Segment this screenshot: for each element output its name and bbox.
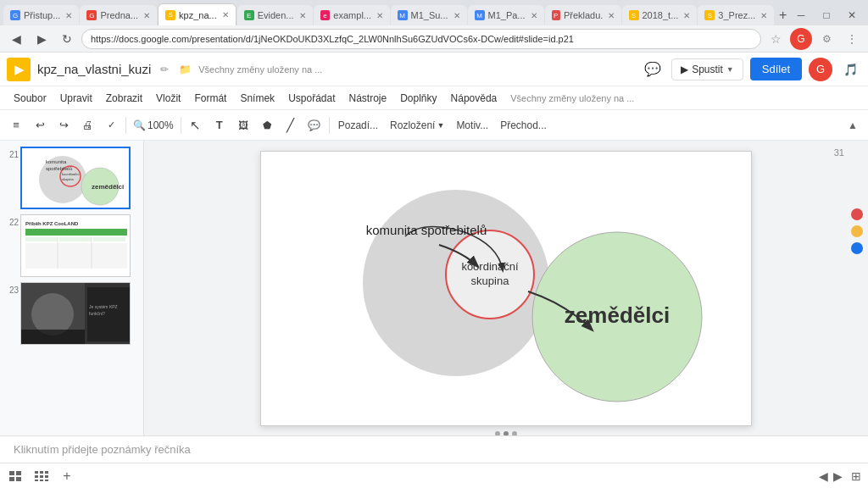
menu-napoveda[interactable]: Nápověda (444, 91, 504, 106)
chrome-menu-btn[interactable]: ⋮ (841, 28, 863, 50)
new-tab-btn[interactable]: + (778, 5, 787, 25)
menu-snimek[interactable]: Snímek (233, 91, 281, 106)
slide-canvas[interactable]: komunita spotřebitelů koordinační skupin… (260, 151, 752, 426)
menu-format[interactable]: Formát (187, 91, 233, 106)
tab-4-close[interactable]: ✕ (299, 11, 306, 20)
toolbar-spellcheck[interactable]: ✓ (100, 114, 122, 136)
tab-9-close[interactable]: ✕ (683, 11, 690, 20)
slide-num-23: 23 (3, 282, 19, 295)
prev-slide-btn[interactable]: ◀ (819, 469, 828, 483)
menu-usporadat[interactable]: Uspořádat (281, 91, 342, 106)
bottom-status-bar: + ◀ ▶ ⊞ (0, 463, 868, 488)
tab-2[interactable]: G Predna... ✕ (80, 5, 157, 25)
svg-text:skupina: skupina (62, 177, 75, 181)
toolbar-comment[interactable]: 💬 (303, 114, 326, 136)
present-chevron[interactable]: ▼ (726, 65, 734, 74)
toolbar-line[interactable]: ╱ (280, 114, 302, 136)
tab-3-active[interactable]: S kpz_na... ✕ (158, 3, 236, 25)
toolbar-zoom-pct[interactable]: 🔍 100% (130, 119, 177, 131)
tab-1-close[interactable]: ✕ (65, 11, 72, 20)
tab-1[interactable]: G Přistup... ✕ (3, 5, 79, 25)
dot-orange[interactable] (851, 225, 863, 237)
dot-2 (504, 431, 509, 435)
menu-doplnky[interactable]: Doplňky (393, 91, 443, 106)
profile-btn[interactable]: G (790, 28, 812, 50)
toolbar-transition[interactable]: Přechod... (495, 114, 552, 136)
notes-area[interactable]: Kliknutím přidejte poznámky řečníka (0, 435, 868, 463)
menu-zobrazit[interactable]: Zobrazit (99, 91, 149, 106)
toolbar-redo[interactable]: ↪ (53, 114, 75, 136)
toolbar-cursor[interactable]: ↖ (185, 114, 207, 136)
slide-thumb-22[interactable]: 22 Příběh KPZ CooLAND (2, 212, 142, 280)
tab-7[interactable]: M M1_Pa... ✕ (468, 5, 544, 25)
tab-5-close[interactable]: ✕ (376, 11, 383, 20)
bookmark-btn[interactable]: ☆ (765, 28, 787, 50)
expand-btn[interactable]: ⊞ (851, 469, 861, 483)
favicon-7: M (475, 10, 485, 20)
slide-thumb-21[interactable]: 21 komunita spotřebitelů koordinační sku… (2, 144, 142, 212)
tab-8-close[interactable]: ✕ (608, 11, 615, 20)
close-btn[interactable]: ✕ (839, 5, 865, 25)
dot-red[interactable] (851, 208, 863, 220)
edit-icon[interactable]: ✏ (158, 63, 171, 76)
reload-btn[interactable]: ↻ (56, 28, 78, 50)
tab-3-close[interactable]: ✕ (222, 10, 229, 19)
tab-7-close[interactable]: ✕ (531, 11, 537, 20)
menu-soubor[interactable]: Soubor (7, 91, 53, 106)
main-editing-area: 21 komunita spotřebitelů koordinační sku… (0, 141, 868, 435)
right-side-dots (851, 208, 863, 254)
tab-5[interactable]: e exampl... ✕ (314, 5, 390, 25)
app-title: kpz_na_vlastni_kuzi (37, 62, 151, 76)
menu-upravit[interactable]: Upravit (53, 91, 99, 106)
zoom-icon: 🔍 (133, 119, 146, 131)
dot-3 (512, 431, 517, 435)
tab-6[interactable]: M M1_Su... ✕ (391, 5, 467, 25)
tab-4[interactable]: E Eviden... ✕ (237, 5, 313, 25)
tab-10[interactable]: S 3_Prez... ✕ (698, 5, 774, 25)
comment-btn-header[interactable]: 💬 (641, 58, 665, 81)
speaker-icon[interactable]: 🎵 (839, 58, 861, 80)
slides-view-btn[interactable] (7, 467, 25, 485)
tab-10-close[interactable]: ✕ (760, 11, 767, 20)
toolbar-background[interactable]: Pozadí... (333, 114, 383, 136)
minimize-btn[interactable]: ─ (788, 5, 814, 25)
menu-vlozit[interactable]: Vložit (149, 91, 187, 106)
header-right: 💬 ▶ Spustit ▼ Sdílet G 🎵 (641, 58, 861, 81)
present-btn[interactable]: ▶ Spustit ▼ (671, 58, 743, 80)
toolbar-undo[interactable]: ↩ (29, 114, 51, 136)
maximize-btn[interactable]: □ (814, 5, 839, 25)
folder-icon[interactable]: 📁 (178, 63, 192, 76)
grid-icon2 (35, 471, 48, 481)
svg-text:spotřebitelů: spotřebitelů (46, 166, 72, 171)
dot-blue[interactable] (851, 242, 863, 254)
tab-8[interactable]: P Překladu... ✕ (545, 5, 621, 25)
toolbar-image[interactable]: 🖼 (232, 114, 254, 136)
user-avatar[interactable]: G (809, 58, 832, 81)
toolbar-theme[interactable]: Motiv... (451, 114, 493, 136)
svg-text:funkční?: funkční? (89, 311, 105, 316)
menu-nastroje[interactable]: Nástroje (342, 91, 394, 106)
toolbar-shapes[interactable]: ⬟ (256, 114, 278, 136)
toolbar-menu-icon[interactable]: ≡ (5, 114, 27, 136)
tab-9-label: 2018_t... (643, 10, 679, 20)
slide-21-preview: komunita spotřebitelů koordinační skupin… (22, 148, 131, 209)
slide-thumb-23[interactable]: 23 Je systém KPZ funkční? (2, 280, 142, 347)
toolbar-layout[interactable]: Rozložení ▼ (385, 114, 449, 136)
grid-view-btn[interactable] (32, 467, 51, 485)
toolbar-print[interactable]: 🖨 (76, 114, 98, 136)
tab-2-close[interactable]: ✕ (143, 11, 150, 20)
add-slide-btn[interactable]: + (58, 467, 76, 485)
svg-rect-32 (16, 477, 21, 481)
forward-btn[interactable]: ▶ (31, 28, 53, 50)
tab-9[interactable]: S 2018_t... ✕ (622, 5, 698, 25)
tab-10-label: 3_Prez... (718, 10, 755, 20)
svg-rect-18 (21, 330, 85, 345)
share-btn[interactable]: Sdílet (750, 58, 802, 80)
toolbar-text[interactable]: T (209, 114, 231, 136)
back-btn[interactable]: ◀ (5, 28, 27, 50)
extensions-btn[interactable]: ⚙ (815, 28, 837, 50)
address-input[interactable] (81, 29, 761, 49)
next-slide-btn[interactable]: ▶ (833, 469, 843, 483)
tab-6-close[interactable]: ✕ (453, 11, 460, 20)
toolbar-collapse[interactable]: ▲ (843, 115, 863, 136)
